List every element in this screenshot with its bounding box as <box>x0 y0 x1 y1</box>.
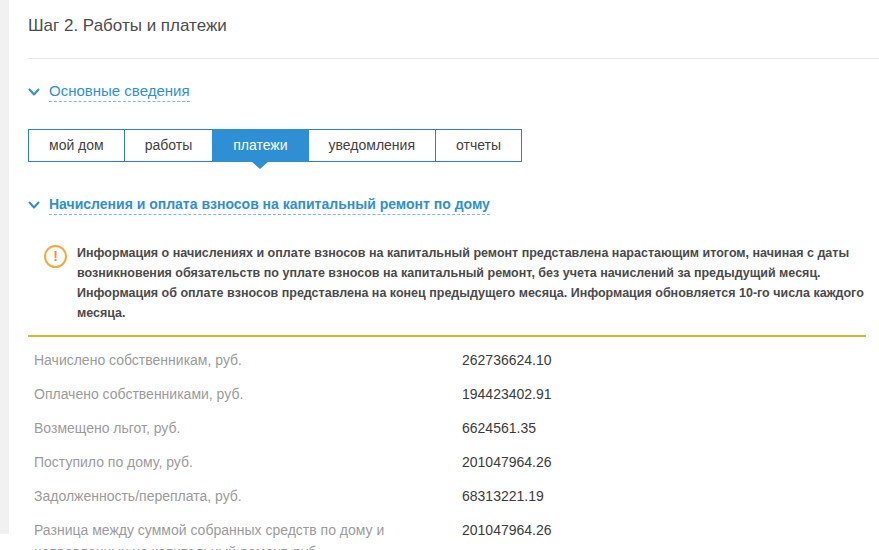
table-row: Начислено собственникам, руб. 262736624.… <box>28 343 879 377</box>
table-top-rule <box>28 335 866 337</box>
section-link-main-info[interactable]: Основные сведения <box>49 82 190 102</box>
row-label: Поступило по дому, руб. <box>34 451 454 473</box>
info-notice: ! Информация о начислениях и оплате взно… <box>28 243 879 323</box>
tab-payments[interactable]: платежи <box>212 129 308 162</box>
row-value: 201047964.26 <box>462 451 552 473</box>
row-label: Начислено собственникам, руб. <box>34 349 454 371</box>
title-divider <box>28 58 879 59</box>
tab-reports[interactable]: отчеты <box>435 129 522 162</box>
notice-text: Информация о начислениях и оплате взносо… <box>77 243 867 323</box>
row-value: 262736624.10 <box>462 349 552 371</box>
section-link-accruals[interactable]: Начисления и оплата взносов на капитальн… <box>49 196 490 215</box>
table-row: Оплачено собственниками, руб. 194423402.… <box>28 377 879 411</box>
section-toggle-accruals[interactable]: Начисления и оплата взносов на капитальн… <box>28 196 490 215</box>
chevron-down-icon <box>28 88 40 97</box>
row-label: Возмещено льгот, руб. <box>34 417 454 439</box>
row-label: Оплачено собственниками, руб. <box>34 383 454 405</box>
row-label: Задолженность/переплата, руб. <box>34 485 454 507</box>
row-value: 201047964.26 <box>462 519 552 541</box>
chevron-down-icon <box>28 201 40 210</box>
row-value: 68313221.19 <box>462 485 544 507</box>
tab-works[interactable]: работы <box>124 129 214 162</box>
row-value: 194423402.91 <box>462 383 552 405</box>
tab-my-house[interactable]: мой дом <box>28 129 125 162</box>
tab-bar: мой дом работы платежи уведомления отчет… <box>28 129 879 162</box>
page-left-gutter <box>0 0 9 534</box>
table-row: Возмещено льгот, руб. 6624561.35 <box>28 411 879 445</box>
main-content: Шаг 2. Работы и платежи Основные сведени… <box>28 0 879 550</box>
table-row: Задолженность/переплата, руб. 68313221.1… <box>28 479 879 513</box>
page-title: Шаг 2. Работы и платежи <box>28 0 879 36</box>
section-toggle-main-info[interactable]: Основные сведения <box>28 82 190 102</box>
exclamation-circle-icon: ! <box>44 245 67 268</box>
table-row: Разница между суммой собранных средств п… <box>28 513 879 550</box>
row-label: Разница между суммой собранных средств п… <box>34 519 454 550</box>
row-value: 6624561.35 <box>462 417 536 439</box>
tab-notifications[interactable]: уведомления <box>308 129 436 162</box>
table-row: Поступило по дому, руб. 201047964.26 <box>28 445 879 479</box>
payments-table: Начислено собственникам, руб. 262736624.… <box>28 343 879 550</box>
